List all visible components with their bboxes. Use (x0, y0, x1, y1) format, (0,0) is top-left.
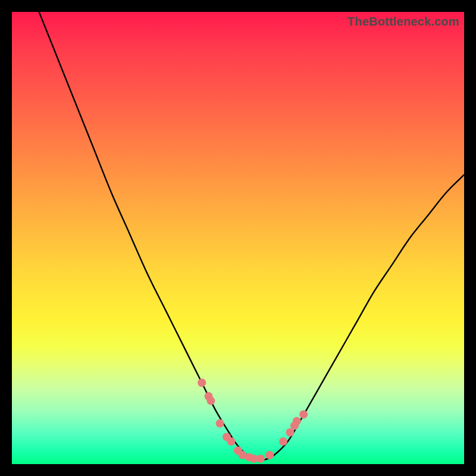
curve-dot (227, 437, 236, 446)
chart-frame: TheBottleneck.com (12, 12, 464, 464)
watermark-text: TheBottleneck.com (347, 15, 459, 29)
bottleneck-curve (39, 12, 464, 460)
curve-dots (198, 378, 308, 463)
curve-dot (198, 378, 206, 387)
curve-dot (299, 410, 308, 418)
curve-dot (286, 428, 294, 437)
chart-svg (12, 12, 464, 464)
curve-dot (216, 419, 224, 428)
curve-dot (206, 397, 215, 405)
curve-dot (293, 417, 301, 425)
curve-dot (279, 437, 287, 446)
curve-dot (256, 455, 265, 463)
curve-dot (265, 451, 274, 459)
